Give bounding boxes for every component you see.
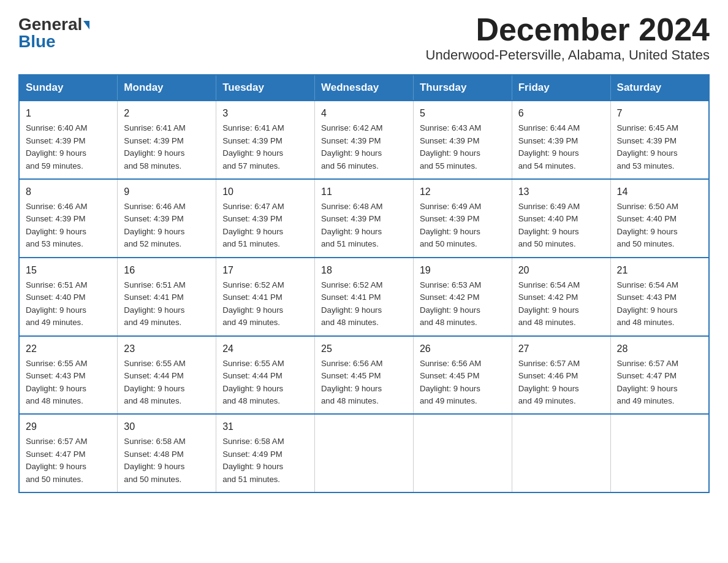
day-info: Sunrise: 6:51 AMSunset: 4:41 PMDaylight:… — [124, 280, 185, 327]
day-info: Sunrise: 6:58 AMSunset: 4:48 PMDaylight:… — [124, 437, 185, 483]
table-row — [413, 414, 512, 492]
table-row: 31Sunrise: 6:58 AMSunset: 4:49 PMDayligh… — [216, 414, 315, 492]
calendar-table: Sunday Monday Tuesday Wednesday Thursday… — [18, 74, 710, 493]
day-number: 10 — [222, 185, 308, 199]
day-info: Sunrise: 6:58 AMSunset: 4:49 PMDaylight:… — [222, 437, 284, 483]
day-info: Sunrise: 6:53 AMSunset: 4:42 PMDaylight:… — [420, 280, 481, 327]
calendar-week-5: 29Sunrise: 6:57 AMSunset: 4:47 PMDayligh… — [19, 414, 709, 492]
table-row: 4Sunrise: 6:42 AMSunset: 4:39 PMDaylight… — [315, 101, 414, 179]
header-wednesday: Wednesday — [315, 75, 414, 101]
day-info: Sunrise: 6:43 AMSunset: 4:39 PMDaylight:… — [420, 123, 481, 170]
table-row: 3Sunrise: 6:41 AMSunset: 4:39 PMDaylight… — [216, 101, 315, 179]
table-row: 15Sunrise: 6:51 AMSunset: 4:40 PMDayligh… — [19, 258, 118, 336]
table-row: 22Sunrise: 6:55 AMSunset: 4:43 PMDayligh… — [19, 336, 118, 415]
day-number: 1 — [26, 106, 111, 121]
table-row: 6Sunrise: 6:44 AMSunset: 4:39 PMDaylight… — [512, 101, 610, 179]
day-info: Sunrise: 6:48 AMSunset: 4:39 PMDaylight:… — [321, 202, 382, 248]
day-info: Sunrise: 6:41 AMSunset: 4:39 PMDaylight:… — [222, 123, 284, 170]
day-number: 5 — [420, 106, 506, 121]
table-row: 10Sunrise: 6:47 AMSunset: 4:39 PMDayligh… — [216, 179, 315, 258]
calendar-week-3: 15Sunrise: 6:51 AMSunset: 4:40 PMDayligh… — [19, 258, 709, 336]
table-row: 11Sunrise: 6:48 AMSunset: 4:39 PMDayligh… — [315, 179, 414, 258]
day-info: Sunrise: 6:57 AMSunset: 4:47 PMDaylight:… — [26, 437, 87, 483]
day-number: 15 — [26, 263, 111, 278]
table-row: 27Sunrise: 6:57 AMSunset: 4:46 PMDayligh… — [512, 336, 610, 415]
day-number: 29 — [26, 419, 111, 434]
table-row: 19Sunrise: 6:53 AMSunset: 4:42 PMDayligh… — [413, 258, 512, 336]
day-info: Sunrise: 6:55 AMSunset: 4:44 PMDaylight:… — [222, 359, 284, 405]
day-number: 16 — [124, 263, 210, 278]
table-row — [512, 414, 610, 492]
day-number: 8 — [26, 185, 111, 199]
day-number: 2 — [124, 106, 210, 121]
day-info: Sunrise: 6:57 AMSunset: 4:47 PMDaylight:… — [617, 359, 678, 405]
table-row: 20Sunrise: 6:54 AMSunset: 4:42 PMDayligh… — [512, 258, 610, 336]
header-friday: Friday — [512, 75, 610, 101]
header-saturday: Saturday — [610, 75, 709, 101]
day-number: 7 — [617, 106, 702, 121]
day-number: 17 — [222, 263, 308, 278]
header-thursday: Thursday — [413, 75, 512, 101]
table-row — [315, 414, 414, 492]
day-number: 21 — [617, 263, 702, 278]
table-row: 26Sunrise: 6:56 AMSunset: 4:45 PMDayligh… — [413, 336, 512, 415]
day-info: Sunrise: 6:46 AMSunset: 4:39 PMDaylight:… — [124, 202, 185, 248]
table-row: 14Sunrise: 6:50 AMSunset: 4:40 PMDayligh… — [610, 179, 709, 258]
day-number: 22 — [26, 342, 111, 356]
table-row: 16Sunrise: 6:51 AMSunset: 4:41 PMDayligh… — [118, 258, 216, 336]
table-row: 2Sunrise: 6:41 AMSunset: 4:39 PMDaylight… — [118, 101, 216, 179]
day-info: Sunrise: 6:52 AMSunset: 4:41 PMDaylight:… — [321, 280, 382, 327]
table-row: 8Sunrise: 6:46 AMSunset: 4:39 PMDaylight… — [19, 179, 118, 258]
day-info: Sunrise: 6:49 AMSunset: 4:40 PMDaylight:… — [518, 202, 580, 248]
day-info: Sunrise: 6:47 AMSunset: 4:39 PMDaylight:… — [222, 202, 284, 248]
day-number: 26 — [420, 342, 506, 356]
day-number: 30 — [124, 419, 210, 434]
day-number: 9 — [124, 185, 210, 199]
day-info: Sunrise: 6:45 AMSunset: 4:39 PMDaylight:… — [617, 123, 678, 170]
day-number: 24 — [222, 342, 308, 356]
table-row: 5Sunrise: 6:43 AMSunset: 4:39 PMDaylight… — [413, 101, 512, 179]
calendar-week-1: 1Sunrise: 6:40 AMSunset: 4:39 PMDaylight… — [19, 101, 709, 179]
day-info: Sunrise: 6:52 AMSunset: 4:41 PMDaylight:… — [222, 280, 284, 327]
day-number: 25 — [321, 342, 407, 356]
day-info: Sunrise: 6:54 AMSunset: 4:43 PMDaylight:… — [617, 280, 678, 327]
day-number: 20 — [518, 263, 604, 278]
calendar-week-4: 22Sunrise: 6:55 AMSunset: 4:43 PMDayligh… — [19, 336, 709, 415]
header-monday: Monday — [118, 75, 216, 101]
day-number: 27 — [518, 342, 604, 356]
table-row: 18Sunrise: 6:52 AMSunset: 4:41 PMDayligh… — [315, 258, 414, 336]
day-number: 4 — [321, 106, 407, 121]
day-info: Sunrise: 6:44 AMSunset: 4:39 PMDaylight:… — [518, 123, 580, 170]
day-info: Sunrise: 6:40 AMSunset: 4:39 PMDaylight:… — [26, 123, 87, 170]
day-number: 19 — [420, 263, 506, 278]
day-info: Sunrise: 6:56 AMSunset: 4:45 PMDaylight:… — [420, 359, 481, 405]
calendar-subtitle: Underwood-Petersville, Alabama, United S… — [426, 47, 710, 63]
table-row: 25Sunrise: 6:56 AMSunset: 4:45 PMDayligh… — [315, 336, 414, 415]
page-header: General Blue December 2024 Underwood-Pet… — [18, 12, 710, 63]
table-row: 1Sunrise: 6:40 AMSunset: 4:39 PMDaylight… — [19, 101, 118, 179]
day-info: Sunrise: 6:55 AMSunset: 4:43 PMDaylight:… — [26, 359, 87, 405]
day-number: 11 — [321, 185, 407, 199]
day-number: 28 — [617, 342, 702, 356]
day-number: 12 — [420, 185, 506, 199]
logo-general-text: General — [18, 15, 82, 34]
logo-blue-row: Blue — [18, 33, 56, 50]
logo-general-row: General — [18, 16, 89, 33]
day-info: Sunrise: 6:46 AMSunset: 4:39 PMDaylight:… — [26, 202, 87, 248]
day-info: Sunrise: 6:57 AMSunset: 4:46 PMDaylight:… — [518, 359, 580, 405]
day-number: 23 — [124, 342, 210, 356]
day-number: 3 — [222, 106, 308, 121]
table-row: 12Sunrise: 6:49 AMSunset: 4:39 PMDayligh… — [413, 179, 512, 258]
day-number: 13 — [518, 185, 604, 199]
title-block: December 2024 Underwood-Petersville, Ala… — [426, 12, 710, 63]
day-number: 18 — [321, 263, 407, 278]
calendar-header-row: Sunday Monday Tuesday Wednesday Thursday… — [19, 75, 709, 101]
table-row: 21Sunrise: 6:54 AMSunset: 4:43 PMDayligh… — [610, 258, 709, 336]
logo-blue-text: Blue — [18, 32, 56, 51]
day-info: Sunrise: 6:41 AMSunset: 4:39 PMDaylight:… — [124, 123, 185, 170]
table-row: 9Sunrise: 6:46 AMSunset: 4:39 PMDaylight… — [118, 179, 216, 258]
table-row: 29Sunrise: 6:57 AMSunset: 4:47 PMDayligh… — [19, 414, 118, 492]
logo-triangle-icon — [83, 21, 89, 29]
header-sunday: Sunday — [19, 75, 118, 101]
day-info: Sunrise: 6:56 AMSunset: 4:45 PMDaylight:… — [321, 359, 382, 405]
